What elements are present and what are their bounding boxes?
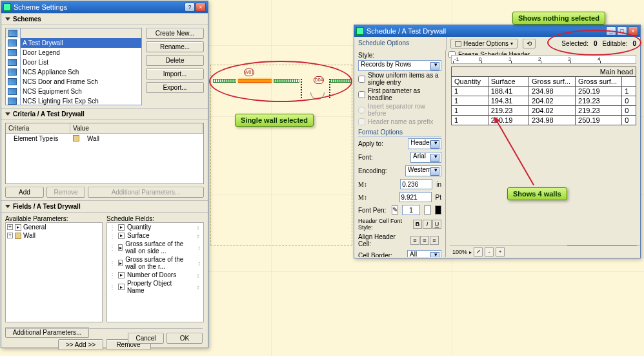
criteria-grid[interactable]: Criteria Value Element Type is Wall: [5, 123, 204, 184]
tree-node[interactable]: +Wall: [6, 231, 102, 240]
align-left-button[interactable]: ≡: [410, 236, 419, 245]
drag-icon[interactable]: ⋮: [109, 284, 116, 290]
col-quantity[interactable]: Quantity: [452, 77, 488, 87]
col-gross1[interactable]: Gross surf...: [529, 77, 576, 87]
collapse-icon[interactable]: [5, 17, 10, 21]
scheme-item[interactable]: Door List: [21, 58, 141, 67]
field-row[interactable]: ⋮▸Gross surface of the wall on side ...↕: [107, 240, 203, 255]
callout-nothing-selected: Shows nothing selected: [512, 12, 605, 25]
annotation-ellipse: [547, 30, 641, 56]
pen-preview-fill[interactable]: [435, 205, 442, 215]
scheme-item[interactable]: NCS Lighting Fixt Exp Sch: [21, 96, 141, 105]
tree-node[interactable]: +▸General: [6, 223, 102, 231]
height-label: M↕: [358, 181, 396, 188]
pen-preview[interactable]: [424, 205, 431, 215]
bold-button[interactable]: B: [413, 220, 422, 229]
refresh-icon[interactable]: ⟲: [523, 39, 536, 48]
drag-icon[interactable]: ⋮: [109, 233, 116, 239]
sort-icon[interactable]: ↕: [197, 244, 201, 251]
table-row[interactable]: 1219.23204.02219.230: [452, 106, 636, 116]
drag-icon[interactable]: ⋮: [109, 224, 116, 231]
create-new-button[interactable]: Create New...: [146, 28, 204, 39]
drag-icon[interactable]: ⋮: [109, 260, 116, 266]
fontpen-input[interactable]: [402, 205, 420, 215]
zoom-fit-button[interactable]: ⤢: [474, 247, 483, 257]
table-row[interactable]: 1250.19234.98250.190: [452, 116, 636, 125]
expand-icon[interactable]: +: [7, 224, 13, 230]
category-icon[interactable]: [8, 30, 17, 37]
field-row[interactable]: ⋮▸Quantity↕: [107, 223, 203, 231]
header-options-button[interactable]: Header Options ▾: [450, 39, 518, 48]
rename-button[interactable]: Rename...: [146, 41, 204, 52]
expand-icon[interactable]: +: [7, 233, 13, 238]
schedule-fields-list[interactable]: ⋮▸Quantity↕ ⋮▸Surface↕ ⋮▸Gross surface o…: [106, 222, 204, 322]
drag-icon[interactable]: ⋮: [109, 244, 116, 251]
chk-first-headline[interactable]: First parameter as headline: [358, 87, 441, 102]
criteria-panel-header: Criteria / A Test Drywall: [1, 108, 208, 120]
style-dropdown[interactable]: Records by Rows: [358, 60, 441, 71]
zoom-out-button[interactable]: -: [485, 247, 494, 257]
scheme-item[interactable]: NCS Equipment Sch: [21, 87, 141, 96]
scheme-item-selected[interactable]: A Test Drywall: [21, 38, 141, 48]
align-right-button[interactable]: ≡: [430, 236, 439, 245]
drag-icon[interactable]: ⋮: [109, 272, 116, 278]
field-icon: ▸: [118, 224, 125, 231]
sort-icon[interactable]: ↕: [195, 284, 201, 290]
delete-button[interactable]: Delete: [146, 55, 204, 66]
scheme-item[interactable]: NCS Door and Frame Sch: [21, 77, 141, 87]
sort-icon[interactable]: ↕: [195, 233, 201, 239]
italic-button[interactable]: I: [423, 220, 432, 229]
chk-separator-disabled: Insert separator row before: [358, 102, 441, 118]
col-surface[interactable]: Surface: [488, 77, 528, 87]
fields-panel-header: Fields / A Test Drywall: [1, 200, 208, 213]
import-button[interactable]: Import...: [146, 68, 204, 79]
available-params-tree[interactable]: +▸General +Wall: [5, 222, 103, 322]
scheme-titlebar[interactable]: Scheme Settings ? ×: [1, 1, 208, 13]
scheme-icon: [8, 59, 17, 66]
schedule-table[interactable]: Quantity Surface Gross surf... Gross sur…: [451, 76, 636, 125]
encoding-dropdown[interactable]: Western: [405, 165, 441, 176]
criteria-row[interactable]: Element Type is Wall: [6, 134, 203, 143]
field-row[interactable]: ⋮▸Number of Doors↕: [107, 271, 203, 279]
height-input[interactable]: [400, 179, 432, 189]
fields-title: Fields / A Test Drywall: [13, 203, 81, 210]
close-icon[interactable]: ×: [196, 3, 206, 12]
cellborder-dropdown[interactable]: All borders: [407, 250, 441, 257]
table-row[interactable]: 1194.31204.02219.230: [452, 96, 636, 106]
cancel-button[interactable]: Cancel: [128, 333, 164, 344]
field-row[interactable]: ⋮▸Property Object Name↕: [107, 279, 203, 295]
criteria-header-criteria: Criteria: [6, 123, 70, 133]
scheme-settings-dialog: Scheme Settings ? × Schemes A Test Drywa…: [1, 1, 208, 348]
ok-button[interactable]: OK: [166, 333, 203, 344]
col-extra[interactable]: [622, 77, 636, 87]
field-row[interactable]: ⋮▸Surface↕: [107, 231, 203, 240]
underline-button[interactable]: U: [432, 220, 441, 229]
scheme-item[interactable]: Door Legend: [21, 48, 141, 58]
size-input[interactable]: [399, 192, 432, 202]
chk-uniform[interactable]: Show uniform items as a single entry: [358, 71, 441, 87]
sort-icon[interactable]: ↕: [197, 260, 201, 266]
zoom-in-button[interactable]: +: [496, 247, 505, 257]
scheme-item[interactable]: NCS Appliance Sch: [21, 67, 141, 77]
zoom-value: 100%: [452, 249, 467, 255]
collapse-icon[interactable]: [5, 205, 10, 208]
sort-icon[interactable]: ↕: [195, 272, 201, 278]
field-icon: ▸: [118, 260, 123, 266]
sort-icon[interactable]: ↕: [195, 224, 201, 231]
scheme-list[interactable]: A Test Drywall Door Legend Door List NCS…: [21, 28, 142, 105]
horizontal-ruler[interactable]: -1 0 1 2 3 4: [451, 55, 636, 64]
export-button[interactable]: Export...: [146, 82, 204, 93]
pen-swatch[interactable]: ✎: [392, 205, 399, 215]
add-criteria-button[interactable]: Add: [5, 187, 44, 198]
font-label: Font:: [358, 154, 407, 161]
field-row[interactable]: ⋮▸Gross surface of the wall on the r...↕: [107, 255, 203, 271]
app-icon: [356, 27, 364, 35]
help-button[interactable]: ?: [185, 3, 195, 12]
collapse-icon[interactable]: [5, 112, 10, 116]
table-row[interactable]: 1188.41234.98250.191: [452, 87, 636, 96]
font-dropdown[interactable]: Arial: [410, 152, 441, 163]
apply-dropdown[interactable]: Header: [408, 138, 441, 149]
scheme-icon: [8, 49, 17, 56]
align-center-button[interactable]: ≡: [420, 236, 429, 245]
col-gross2[interactable]: Gross surf...: [576, 77, 622, 87]
